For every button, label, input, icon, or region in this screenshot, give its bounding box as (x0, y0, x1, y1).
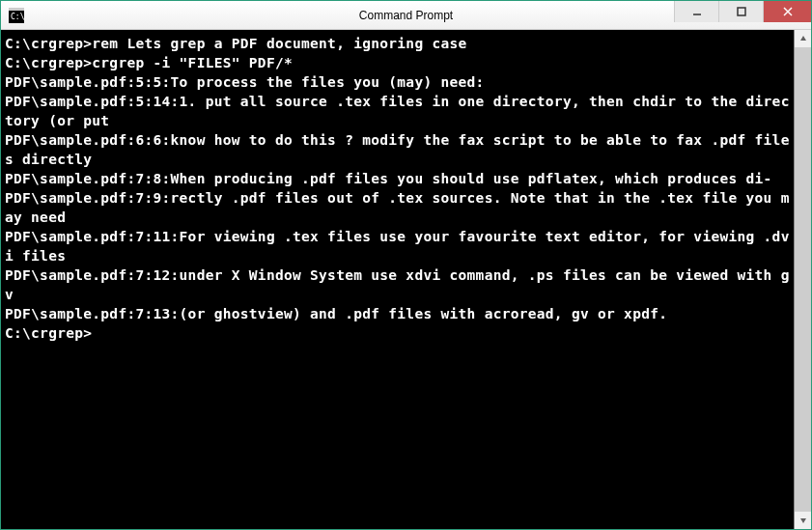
svg-marker-8 (800, 518, 806, 523)
vertical-scrollbar[interactable] (794, 30, 811, 529)
terminal-line: PDF\sample.pdf:5:5:To process the files … (5, 72, 792, 92)
terminal-line: PDF\sample.pdf:7:9:rectly .pdf files out… (5, 188, 792, 227)
terminal-line: PDF\sample.pdf:7:12:under X Window Syste… (5, 265, 792, 304)
minimize-button[interactable] (674, 1, 718, 22)
maximize-button[interactable] (718, 1, 763, 22)
terminal-line: C:\crgrep> (5, 323, 792, 343)
window-controls (674, 1, 811, 29)
command-prompt-window: C:\ Command Prompt C:\crgrep>rem Lets gr… (0, 0, 812, 530)
terminal-area: C:\crgrep>rem Lets grep a PDF document, … (1, 30, 811, 529)
svg-rect-1 (9, 8, 24, 11)
svg-text:C:\: C:\ (11, 13, 24, 21)
scroll-track[interactable] (795, 47, 811, 512)
terminal-output[interactable]: C:\crgrep>rem Lets grep a PDF document, … (1, 30, 794, 529)
scroll-down-arrow[interactable] (795, 512, 811, 529)
terminal-line: PDF\sample.pdf:6:6:know how to do this ?… (5, 130, 792, 169)
terminal-line: PDF\sample.pdf:7:13:(or ghostview) and .… (5, 304, 792, 323)
terminal-line: PDF\sample.pdf:7:8:When producing .pdf f… (5, 169, 792, 188)
close-button[interactable] (763, 1, 811, 22)
cmd-icon: C:\ (9, 8, 24, 23)
terminal-line: PDF\sample.pdf:5:14:1. put all source .t… (5, 92, 792, 130)
terminal-line: C:\crgrep>rem Lets grep a PDF document, … (5, 34, 792, 53)
svg-rect-4 (738, 8, 745, 15)
terminal-line: PDF\sample.pdf:7:11:For viewing .tex fil… (5, 227, 792, 265)
scroll-up-arrow[interactable] (795, 30, 811, 47)
terminal-line: C:\crgrep>crgrep -i "FILES" PDF/* (5, 53, 792, 72)
scroll-thumb[interactable] (795, 47, 811, 512)
titlebar[interactable]: C:\ Command Prompt (1, 1, 811, 30)
svg-marker-7 (800, 36, 806, 41)
